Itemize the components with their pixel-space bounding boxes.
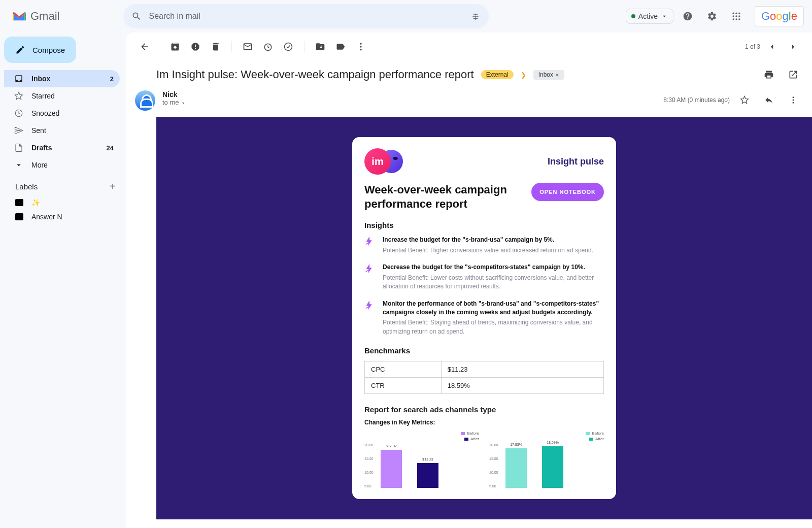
- sender-avatar[interactable]: [135, 90, 155, 111]
- delete-button[interactable]: [206, 37, 225, 56]
- sidebar-item-label: Drafts: [31, 144, 52, 152]
- move-to-button[interactable]: [311, 37, 330, 56]
- google-account[interactable]: Google: [755, 6, 804, 26]
- more-actions-button[interactable]: [784, 90, 803, 110]
- newer-button[interactable]: [784, 37, 803, 56]
- sidebar-item-count: 2: [110, 75, 114, 83]
- archive-button[interactable]: [165, 37, 185, 56]
- insight-item: Decrease the budget for the "s-competito…: [364, 263, 604, 291]
- open-notebook-button[interactable]: OPEN NOTEBOOK: [531, 183, 604, 201]
- email-timestamp: 8:30 AM (0 minutes ago): [663, 96, 730, 104]
- draft-icon: [14, 143, 23, 152]
- svg-point-1: [735, 13, 737, 14]
- print-button[interactable]: [759, 65, 779, 84]
- inbox-icon: [14, 74, 23, 83]
- sidebar-item-snoozed[interactable]: Snoozed: [4, 105, 120, 122]
- popout-button[interactable]: [784, 65, 803, 84]
- svg-point-2: [738, 13, 740, 14]
- charts-row: Before After 20.00 15.00 10.00 5.00: [364, 431, 604, 488]
- benchmarks-table: CPC$11.23 CTR18.59%: [364, 361, 604, 394]
- sidebar-item-drafts[interactable]: Drafts 24: [4, 139, 120, 156]
- remove-label-icon: ×: [555, 71, 559, 79]
- bar-after: $11.23: [417, 463, 438, 488]
- recipient-dropdown[interactable]: to me: [162, 98, 186, 106]
- sender-name: Nick: [162, 90, 186, 98]
- add-task-button[interactable]: [279, 37, 298, 56]
- report-spam-button[interactable]: [186, 37, 205, 56]
- pencil-icon: [15, 45, 25, 55]
- svg-point-17: [793, 102, 794, 104]
- search-icon[interactable]: [131, 11, 142, 21]
- sidebar-item-label: Snoozed: [31, 109, 59, 117]
- inbox-chip[interactable]: Inbox ×: [533, 70, 564, 80]
- insight-subtitle: Potential Benefit: Higher conversions va…: [383, 246, 593, 255]
- svg-point-0: [732, 13, 734, 14]
- labels-button[interactable]: [331, 37, 350, 56]
- bolt-icon: [364, 263, 376, 274]
- settings-icon[interactable]: [702, 6, 722, 26]
- insight-title: Increase the budget for the "s-brand-usa…: [383, 236, 593, 244]
- svg-point-5: [738, 15, 740, 17]
- apps-icon[interactable]: [726, 6, 747, 26]
- chevron-down-icon: [14, 160, 23, 170]
- label-text: ✨: [31, 199, 40, 207]
- insight-item: Increase the budget for the "s-brand-usa…: [364, 236, 604, 255]
- email-subject: Im Insight pulse: Week-over-week campaig…: [156, 68, 474, 81]
- search-bar[interactable]: [123, 4, 489, 28]
- message-toolbar: 1 of 3: [126, 32, 812, 61]
- bolt-icon: [364, 300, 376, 311]
- sidebar-item-label: Inbox: [31, 75, 50, 83]
- insight-item: Monitor the performance of both "s-brand…: [364, 300, 604, 336]
- reply-button[interactable]: [759, 90, 779, 110]
- gmail-icon: [12, 11, 26, 22]
- email-body: im Insight pulse Week-over-week campaign…: [156, 117, 812, 519]
- svg-point-3: [732, 15, 734, 17]
- search-options-icon[interactable]: [470, 11, 481, 21]
- label-icon: [15, 213, 23, 220]
- svg-point-6: [732, 18, 734, 20]
- svg-point-8: [738, 18, 740, 20]
- pagination-label: 1 of 3: [745, 43, 760, 50]
- bolt-icon: [364, 236, 376, 247]
- bar-before: 17.83%: [505, 448, 527, 488]
- channel-header: Report for search ads channels type: [364, 405, 604, 414]
- compose-label: Compose: [32, 46, 65, 54]
- label-text: Answer N: [31, 213, 62, 221]
- chevron-down-icon: [661, 13, 668, 20]
- compose-button[interactable]: Compose: [4, 37, 76, 63]
- y-axis: 20.00 15.00 10.00 5.00: [364, 443, 374, 488]
- sidebar-item-sent[interactable]: Sent: [4, 122, 120, 139]
- star-button[interactable]: [735, 90, 754, 110]
- svg-point-15: [793, 96, 794, 98]
- back-button[interactable]: [135, 37, 154, 56]
- table-row: CTR18.59%: [365, 378, 604, 394]
- label-icon: [15, 199, 23, 206]
- older-button[interactable]: [762, 37, 782, 56]
- mark-unread-button[interactable]: [238, 37, 257, 56]
- label-item[interactable]: ✨: [4, 195, 126, 210]
- external-chip: External: [481, 70, 514, 79]
- sidebar-item-starred[interactable]: Starred: [4, 87, 120, 105]
- svg-point-7: [735, 18, 737, 20]
- benchmarks-header: Benchmarks: [364, 346, 604, 355]
- status-chip[interactable]: Active: [626, 9, 673, 24]
- chart-ctr: Before After 20.00 15.00 10.00 5.00: [489, 431, 604, 488]
- metrics-label: Changes in Key Metrics:: [364, 419, 604, 426]
- sender-row: Nick to me 8:30 AM (0 minutes ago): [126, 90, 812, 117]
- chevron-down-icon: [181, 101, 186, 106]
- chart-cpc: Before After 20.00 15.00 10.00 5.00: [364, 431, 479, 488]
- gmail-logo[interactable]: Gmail: [12, 10, 59, 23]
- more-button[interactable]: [351, 37, 370, 56]
- svg-point-14: [360, 49, 361, 50]
- sidebar-item-more[interactable]: More: [4, 156, 120, 174]
- search-input[interactable]: [149, 12, 463, 21]
- pulse-title: Insight pulse: [548, 156, 604, 167]
- label-item[interactable]: Answer N: [4, 210, 126, 224]
- support-icon[interactable]: [678, 6, 698, 26]
- star-icon: [14, 91, 23, 101]
- sidebar-item-inbox[interactable]: Inbox 2: [4, 70, 120, 87]
- sidebar-item-label: Sent: [31, 126, 46, 135]
- add-label-button[interactable]: +: [110, 181, 116, 192]
- snooze-button[interactable]: [258, 37, 278, 56]
- labels-header: Labels +: [4, 174, 126, 195]
